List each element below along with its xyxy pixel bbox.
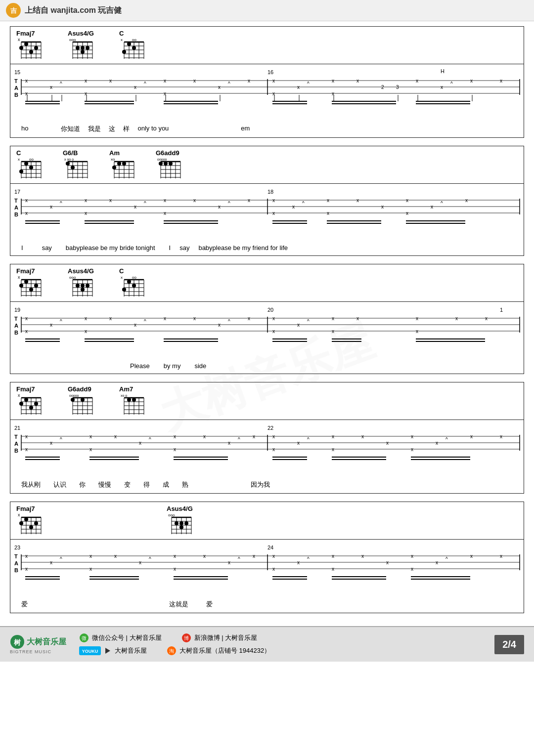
svg-text:树: 树 (13, 638, 21, 646)
site-name: 上结自 wanjita.com 玩吉健 (25, 5, 122, 16)
svg-text:2: 2 (381, 84, 384, 90)
svg-text:^: ^ (60, 319, 62, 324)
svg-text:x: x (356, 78, 359, 84)
svg-text:x: x (327, 210, 329, 216)
svg-text:^: ^ (144, 201, 146, 206)
lyric-1-4: 这 (109, 125, 115, 133)
footer-youku-text: 大树音乐屋 (115, 646, 147, 655)
footer-wechat: 微 微信公众号 | 大树音乐屋 (79, 633, 162, 643)
svg-text:x: x (218, 204, 221, 210)
svg-point-325 (19, 402, 23, 406)
svg-text:ooooo: ooooo (69, 394, 79, 397)
svg-text:x: x (25, 566, 28, 572)
svg-text:T: T (14, 316, 18, 322)
svg-text:x: x (500, 434, 502, 439)
footer-weibo: 博 新浪微博 | 大树音乐屋 (181, 633, 258, 643)
lyric-5-2: 这就是 (169, 600, 188, 609)
svg-text:A: A (14, 205, 18, 210)
svg-text:x: x (164, 198, 166, 203)
svg-text:B: B (14, 330, 18, 336)
svg-point-16 (34, 46, 38, 50)
lyric-1-7: em (241, 125, 250, 133)
lyrics-section-4: 我从刚 认识 你 慢慢 变 得 成 熟 因为我 (10, 479, 524, 493)
svg-point-139 (66, 162, 70, 166)
svg-text:x: x (500, 78, 502, 84)
svg-text:x: x (18, 37, 20, 42)
svg-text:x: x (18, 157, 20, 162)
svg-text:^: ^ (144, 319, 146, 324)
svg-text:x: x (228, 560, 230, 565)
svg-text:YOUKU: YOUKU (82, 649, 98, 654)
tab-section-3: 19 20 1 T A B x x ^ x x x ^ (10, 302, 525, 361)
svg-text:T: T (14, 434, 18, 440)
svg-text:x: x (470, 553, 473, 559)
svg-text:oo: oo (132, 275, 136, 280)
svg-text:x: x (248, 316, 250, 321)
chord-diagram-g6b: x oo o (63, 157, 89, 181)
footer-logo-main: 大树音乐屋 (27, 637, 66, 647)
chord-g6add9-4: G6add9 ooooo (68, 385, 94, 418)
svg-text:微: 微 (82, 635, 87, 641)
footer-weibo-text: 新浪微博 | 大树音乐屋 (194, 633, 258, 642)
svg-text:x: x (114, 434, 117, 439)
svg-text:x: x (253, 553, 255, 559)
svg-text:^: ^ (307, 437, 310, 442)
svg-text:x: x (253, 434, 255, 439)
svg-text:x: x (332, 316, 334, 321)
lyric-2-4: I (169, 244, 171, 252)
svg-point-418 (19, 521, 23, 525)
svg-point-127 (19, 169, 23, 173)
svg-text:x: x (109, 78, 112, 84)
svg-text:^: ^ (228, 81, 230, 86)
svg-point-167 (164, 162, 168, 166)
svg-text:x: x (332, 447, 334, 452)
svg-text:x: x (436, 440, 438, 446)
chord-fmaj7-5: Fmaj7 x (16, 505, 43, 537)
svg-point-13 (19, 46, 23, 50)
tab-section-4: 21 22 T A B x x ^ x x x ^ x x x (10, 420, 525, 479)
svg-text:19: 19 (14, 307, 20, 313)
svg-text:x: x (89, 566, 92, 572)
lyric-1-2: 你知道 (61, 125, 80, 133)
svg-text:x: x (297, 322, 300, 328)
section-2: C x oo (10, 146, 524, 256)
chord-c-1: C x oo (119, 30, 146, 62)
svg-point-154 (112, 166, 116, 169)
svg-text:x: x (25, 329, 28, 334)
lyric-4-9: 因为我 (251, 480, 270, 489)
footer: 树 大树音乐屋 BIGTREE MUSIC 微 微信公众号 | 大树音乐屋 博 … (0, 626, 534, 662)
lyric-4-3: 你 (79, 480, 86, 489)
svg-text:x: x (411, 434, 413, 439)
svg-text:x: x (411, 447, 413, 452)
lyric-1-5: 样 (123, 125, 130, 133)
svg-text:1: 1 (500, 307, 503, 313)
svg-text:x: x (272, 78, 275, 84)
svg-point-46 (122, 50, 126, 54)
svg-text:^: ^ (445, 437, 448, 442)
svg-text:^: ^ (144, 81, 146, 86)
svg-text:x: x (174, 553, 176, 559)
svg-text:x: x (332, 566, 334, 572)
svg-text:x: x (332, 553, 334, 559)
svg-text:x: x (134, 204, 136, 210)
chord-diagram-c-1: x oo (119, 37, 146, 62)
svg-text:^: ^ (307, 556, 310, 562)
svg-text:x: x (465, 198, 468, 203)
svg-point-249 (81, 288, 85, 292)
svg-text:^: ^ (238, 437, 240, 442)
svg-text:x: x (228, 440, 230, 446)
chord-c-2: C x oo (16, 149, 43, 181)
svg-text:x: x (416, 329, 418, 334)
svg-text:x: x (416, 78, 418, 84)
lyric-4-8: 熟 (182, 480, 188, 489)
lyric-1-6: only to you (137, 125, 169, 133)
svg-text:x: x (248, 78, 250, 84)
svg-text:A: A (14, 85, 18, 91)
svg-text:^: ^ (60, 556, 62, 562)
svg-point-168 (169, 162, 173, 166)
svg-text:x: x (50, 322, 52, 328)
footer-row-2: YOUKU 大树音乐屋 淘 大树音乐屋（店铺号 1944232） (79, 646, 485, 656)
svg-text:^: ^ (307, 81, 310, 86)
lyric-4-4: 慢慢 (98, 480, 111, 489)
svg-text:A: A (14, 323, 18, 329)
